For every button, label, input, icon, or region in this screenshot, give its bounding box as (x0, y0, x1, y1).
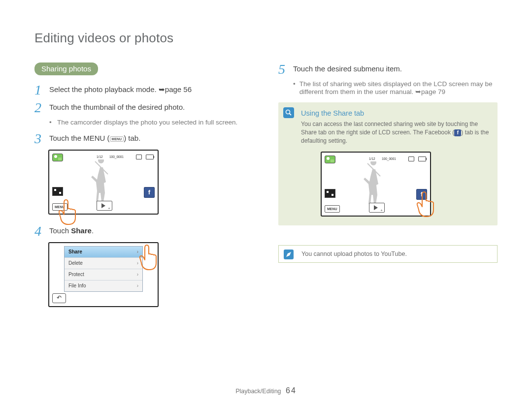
touch-hand-icon (138, 244, 162, 274)
photo-count: 1/12 (369, 157, 375, 160)
menu-button[interactable]: MENU (325, 205, 340, 213)
slideshow-button[interactable] (97, 201, 112, 211)
touch-hand-icon (57, 199, 81, 228)
chevron-right-icon: › (137, 281, 138, 291)
battery-icon (418, 156, 426, 161)
thumbnail-view-button[interactable] (325, 189, 335, 198)
photo-mode-icon (325, 156, 335, 163)
thumbnail-view-button[interactable] (52, 187, 63, 196)
lcd-figure-menu: 1/12 100_0001 f MENU (48, 150, 166, 215)
step-5: 5 Touch the desired submenu item. (278, 62, 498, 76)
menu-item-file-info[interactable]: File Info› (65, 281, 142, 291)
photo-mode-icon (52, 154, 63, 161)
menu-button-inline: MENU (110, 136, 124, 142)
lcd-figure-share-menu: Share› Delete› Protect› File Info› ↶ (48, 242, 166, 307)
right-column: 5 Touch the desired submenu item. • The … (278, 62, 498, 317)
step-5-bullet: • The list of sharing web sites displaye… (293, 80, 498, 95)
step-2: 2 Touch the thumbnail of the desired pho… (34, 101, 254, 115)
back-button[interactable]: ↶ (52, 293, 66, 303)
page-footer: Playback/Editing 64 (0, 386, 532, 395)
step-text: Touch the thumbnail of the desired photo… (49, 103, 185, 111)
info-title: Using the Share tab (301, 109, 490, 117)
menu-item-share[interactable]: Share› (65, 247, 142, 258)
menu-item-label: File Info (68, 281, 86, 291)
menu-list: Share› Delete› Protect› File Info› (64, 246, 143, 292)
two-column-layout: Sharing photos 1 Select the photo playba… (34, 62, 498, 317)
menu-item-label: Protect (68, 269, 84, 280)
step-number: 3 (34, 132, 43, 146)
touch-hand-icon (415, 191, 439, 220)
step-number: 1 (34, 83, 43, 97)
lcd-screen: 1/12 100_0001 f MENU (321, 152, 431, 217)
bullet-text: The list of sharing web sites displayed … (299, 80, 498, 95)
menu-item-label: Delete (68, 258, 83, 269)
manual-page: Editing videos or photos Sharing photos … (0, 0, 532, 317)
file-name: 100_0001 (109, 155, 124, 158)
footer-section: Playback/Editing (235, 388, 281, 395)
menu-item-label: Share (68, 247, 82, 257)
menu-item-protect[interactable]: Protect› (65, 269, 142, 281)
magnifier-icon (283, 107, 294, 118)
card-icon (408, 156, 414, 161)
card-icon (136, 155, 142, 159)
section-pill: Sharing photos (34, 62, 98, 75)
bullet-icon: • (49, 119, 53, 126)
step-number: 5 (278, 62, 287, 76)
bullet-icon: • (293, 80, 296, 95)
page-title: Editing videos or photos (34, 31, 498, 46)
step-1: 1 Select the photo playback mode. ➥page … (34, 83, 254, 97)
photo-silhouette (91, 159, 116, 204)
note-box: You cannot upload photos to YouTube. (278, 245, 498, 263)
left-column: Sharing photos 1 Select the photo playba… (34, 62, 254, 317)
note-text: You cannot upload photos to YouTube. (301, 250, 407, 257)
step-text: Touch the MENU (MENU) tab. (49, 134, 140, 142)
page-ref-icon: ➥ (415, 88, 421, 95)
file-name: 100_0001 (382, 157, 396, 160)
info-body: You can access the last connected sharin… (301, 120, 490, 145)
step-2-bullet: • The camcorder displays the photo you s… (49, 119, 254, 126)
battery-icon (146, 155, 154, 159)
slideshow-button[interactable] (369, 203, 385, 213)
photo-silhouette (364, 161, 388, 206)
svg-point-1 (286, 110, 290, 114)
facebook-icon: f (454, 129, 461, 136)
menu-item-delete[interactable]: Delete› (65, 258, 142, 269)
step-text: Touch the desired submenu item. (293, 64, 402, 73)
svg-line-2 (290, 114, 292, 116)
footer-page-number: 64 (286, 386, 297, 395)
step-text: Select the photo playback mode. ➥page 56 (49, 85, 192, 94)
info-box-share-tab: Using the Share tab You can access the l… (278, 102, 498, 225)
step-3: 3 Touch the MENU (MENU) tab. (34, 132, 254, 146)
step-number: 4 (34, 224, 43, 238)
photo-count: 1/12 (97, 155, 103, 158)
step-number: 2 (34, 101, 43, 115)
page-ref-icon: ➥ (159, 85, 165, 94)
note-icon (284, 250, 294, 259)
facebook-tab[interactable]: f (144, 187, 155, 198)
bullet-text: The camcorder displays the photo you sel… (57, 119, 237, 126)
